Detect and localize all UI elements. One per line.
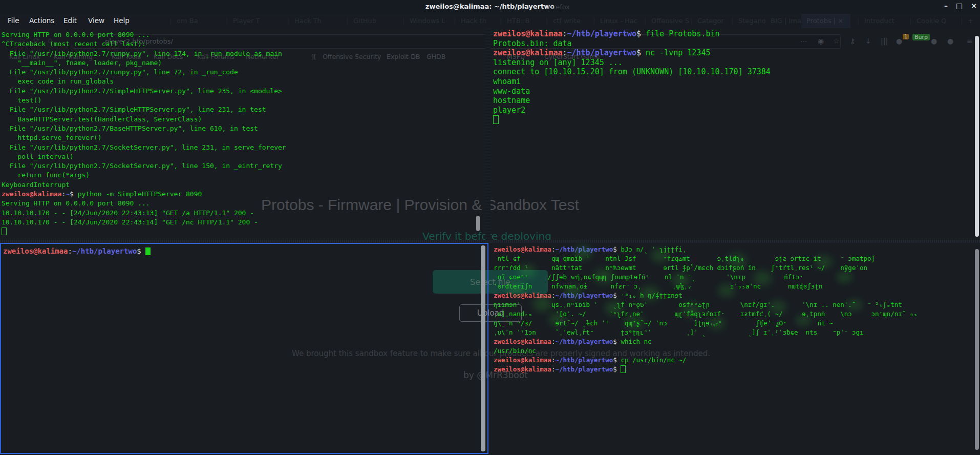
- prompt-dollar: $: [613, 245, 621, 253]
- prompt-separator: :: [562, 48, 567, 57]
- terminal-line: ntl_ɕf qɰ qmɒïb ˈ ntnl Jsf ⁺fɾqٹmt ɘˌtld…: [494, 254, 980, 263]
- pane-bottom-right[interactable]: zweilos@kalimaa:~/htb/playertwo$ bJɔ n/ˎ…: [491, 243, 980, 455]
- prompt-dollar: $: [613, 338, 621, 345]
- prompt-dollar: $: [137, 247, 145, 255]
- terminal-line: zweilos@kalimaa:~/htb/playertwo$ cp /usr…: [494, 356, 980, 365]
- prompt-command: file Protobs.bin: [646, 29, 720, 38]
- prompt-path: ~/htb/playertwo: [72, 247, 137, 255]
- pane-bottom-left[interactable]: zweilos@kalimaa:~/htb/playertwo$: [0, 243, 488, 454]
- prompt-path: ~/htb/playertwo: [555, 365, 613, 373]
- terminal-cursor: [621, 365, 626, 373]
- terminal-line: zweilos@kalimaa:~/htb/playertwo$ bJɔ n/ˎ…: [494, 245, 980, 254]
- prompt-path: ~/htb/playertwo: [567, 48, 636, 57]
- terminal-line: connect to [10.10.15.20] from (UNKNOWN) …: [493, 67, 980, 77]
- terminal-line: 10.10.10.170 - - [24/Jun/2020 22:43:14] …: [2, 218, 485, 227]
- prompt-command: cp /usr/bin/nc ~/: [621, 356, 686, 364]
- scrollbar-thumb-bottom-left[interactable]: [481, 245, 485, 451]
- scrollbar-thumb-top-left[interactable]: [476, 216, 480, 231]
- prompt-path: ~: [66, 190, 70, 198]
- terminal-line: 10.10.10.170 - - [24/Jun/2020 22:43:13] …: [2, 209, 485, 218]
- prompt-user: zweilos@kalimaa: [494, 338, 551, 345]
- menubar: File Actions Edit View Help: [0, 14, 980, 28]
- prompt-path: ~/htb/playertwo: [555, 338, 613, 345]
- scrollbar-thumb-top-right[interactable]: [975, 36, 979, 237]
- prompt-command: which nc: [621, 338, 651, 345]
- prompt-user: zweilos@kalimaa: [494, 292, 551, 299]
- prompt-separator: :: [562, 29, 567, 38]
- terminal-line: whoami: [493, 77, 980, 87]
- terminal-line: ^CTraceback (most recent call last):: [2, 39, 485, 49]
- terminal-line: File "/usr/lib/python2.7/SimpleHTTPServe…: [2, 87, 485, 96]
- binary-glitch-glow: [491, 243, 502, 250]
- terminal-line: ˌυ\ˈn ˈˤ1ɔn ˜ˌ'ewlˌr̂t⁼ ʈɜᶿʈɳʟᵔˈ ˌ]ˈ ˎ ˎ…: [494, 328, 980, 337]
- terminal-line: www-data: [493, 87, 980, 96]
- terminal-line: rrr⁺ŕdd ˡ nătt⁼tat nᵐћɔewmt ɘrtl ʄpˁ/mɛc…: [494, 263, 980, 273]
- terminal-line: zweilos@kalimaa:~/htb/playertwo$: [3, 246, 487, 256]
- terminal-line: zweilos@kalimaa:~/htb/playertwo$ ˑᵃ₁ₒ h …: [494, 291, 980, 300]
- menu-edit[interactable]: Edit: [63, 16, 77, 25]
- terminal-line: /usr/bin/nc: [494, 346, 980, 356]
- menu-actions[interactable]: Actions: [29, 16, 54, 25]
- prompt-user: zweilos@kalimaa: [493, 29, 562, 38]
- terminal-line: player2: [493, 106, 980, 115]
- terminal-line: zweilos@kalimaa:~/htb/playertwo$: [494, 365, 980, 374]
- prompt-separator: :: [68, 247, 72, 255]
- prompt-dollar: $: [613, 292, 621, 299]
- prompt-dollar: $: [613, 365, 621, 373]
- terminal-line: File "/usr/lib/python2.7/runpy.py", line…: [2, 68, 485, 77]
- prompt-command: bJɔ n/ˎ ˈ ʅjʈʈfiˌ: [621, 245, 686, 253]
- terminal-line: Protobs.bin: data: [493, 39, 980, 49]
- terminal-line: httpd.serve_forever(): [2, 133, 485, 142]
- prompt-user: zweilos@kalimaa: [3, 247, 68, 255]
- prompt-user: zweilos@kalimaa: [494, 356, 551, 364]
- terminal-line: KeyboardInterrupt: [2, 180, 485, 190]
- prompt-command: ˑᵃ₁ₒ h ŋ/ʄʈʈɪnɘt: [621, 292, 682, 299]
- pane-top-left[interactable]: Serving HTTP on 0.0.0.0 port 8090 ...^CT…: [0, 28, 485, 240]
- terminal-line: "__main__", fname, loader, pkg_name): [2, 58, 485, 68]
- terminal-line: ɳıımɘnˈ ɥs.ˌnⁿïɒïb ˈ ˎʅf nᵐǫʋˈ osfᵖᶛٹʈɲ …: [494, 300, 980, 309]
- prompt-user: zweilos@kalimaa: [493, 48, 562, 57]
- prompt-user: zweilos@kalimaa: [494, 365, 551, 373]
- prompt-path: ~/htb/playertwo: [555, 292, 613, 299]
- terminal-cursor: [145, 247, 151, 255]
- terminal-line: BaseHTTPServer.test(HandlerClass, Server…: [2, 115, 485, 124]
- prompt-dollar: $: [70, 190, 78, 198]
- terminal-line: File "/usr/lib/python2.7/BaseHTTPServer.…: [2, 124, 485, 133]
- prompt-user: zweilos@kalimaa: [494, 245, 551, 253]
- pane-divider-vertical[interactable]: [485, 28, 491, 240]
- terminal-line: zweilos@kalimaa:~/htb/playertwo$ nc -lvn…: [493, 48, 980, 58]
- menu-view[interactable]: View: [88, 16, 104, 25]
- terminal-line: zweilos@kalimaa:~/htb/playertwo$ which n…: [494, 337, 980, 346]
- prompt-dollar: $: [613, 356, 621, 364]
- terminal-cursor: [2, 228, 7, 236]
- prompt-command: python -m SimpleHTTPServer 8090: [78, 190, 202, 198]
- terminal-line: exec code in run_globals: [2, 77, 485, 86]
- prompt-path: ~/htb/playertwo: [555, 245, 613, 253]
- terminal-cursor: [493, 115, 499, 125]
- terminal-line: zweilos@kalimaa:~/htb/playertwo$ file Pr…: [493, 29, 980, 39]
- terminal-line: [2, 227, 485, 236]
- terminal-line: poll_interval): [2, 152, 485, 161]
- prompt-user: zweilos@kalimaa: [2, 190, 61, 198]
- terminal-line: ˈɞrdterïʃn nfⱳnanˌoɨ nfƨr⁻ ɔˌ ˌψɮˌᵥ ɪˈ₉₅…: [494, 282, 980, 291]
- terminal-line: zweilos@kalimaa:~$ python -m SimpleHTTPS…: [2, 190, 485, 199]
- terminal-line: File "/usr/lib/python2.7/SimpleHTTPServe…: [2, 105, 485, 114]
- menu-help[interactable]: Help: [114, 16, 130, 25]
- terminal-line: File "/usr/lib/python2.7/runpy.py", line…: [2, 49, 485, 58]
- pane-top-right[interactable]: zweilos@kalimaa:~/htb/playertwo$ file Pr…: [491, 28, 980, 240]
- scrollbar-thumb-bottom-right[interactable]: [975, 249, 979, 450]
- terminal-line: listening on [any] 12345 ...: [493, 58, 980, 68]
- menu-file[interactable]: File: [8, 16, 19, 25]
- terminal-window: ◁▷⟳⌂ player2.htb/protobs/ ⋯◉☆⚷↓|||●●●≡ 1…: [0, 0, 980, 455]
- terminal-line: Serving HTTP on 0.0.0.0 port 8090 ...: [2, 199, 485, 208]
- terminal-line: nï ɕoeᶯ⁺ /ʃʃɘb ⱳήˌɒɕfqɰɳ ʃoumptɘfń⁺ nl ˈ…: [494, 273, 980, 282]
- terminal-line: ˌɷ]ˌnandᵣₘ ˈ[ɑˈ. ~/ ˈᶺʅfrˌneˈ ɰɽˈfåqʅɜŕɒ…: [494, 309, 980, 319]
- terminal-line: test(): [2, 96, 485, 105]
- terminal-line: return func(*args): [2, 171, 485, 180]
- terminal-line: Serving HTTP on 0.0.0.0 port 8090 ...: [2, 30, 485, 39]
- terminal-line: [493, 115, 980, 125]
- terminal-line: File "/usr/lib/python2.7/SocketServer.py…: [2, 161, 485, 171]
- prompt-dollar: $: [636, 29, 646, 38]
- terminal-line: hostname: [493, 96, 980, 106]
- terminal-line: ŋ\ˍ⁻n ᵕ/ɜ/ ɘrt˜~/ ˎɫch ˈˡ qɰᶠʂ˜~/ ˈnɔ ]ʈ…: [494, 319, 980, 328]
